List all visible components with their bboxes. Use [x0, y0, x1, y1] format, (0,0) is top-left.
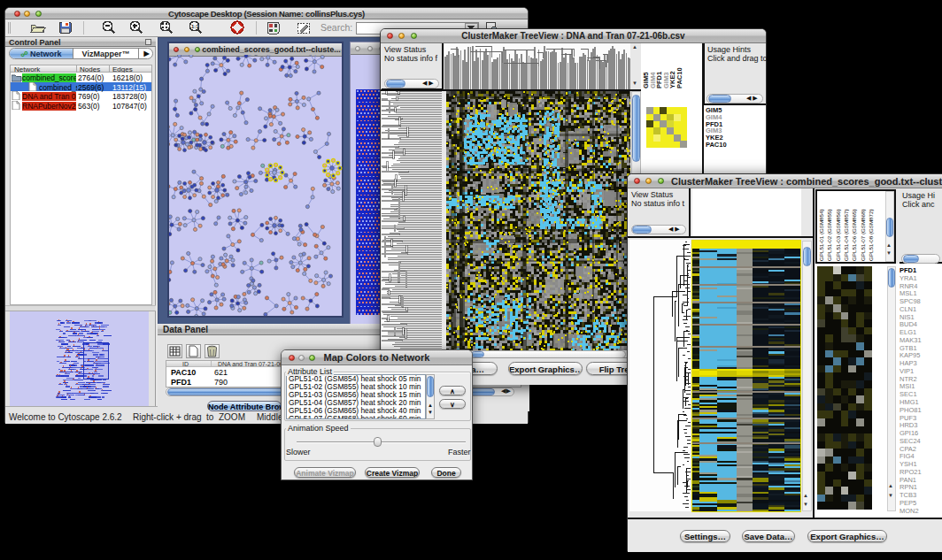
svg-text:GPL51-03 (GSM856): GPL51-03 (GSM856): [835, 210, 841, 261]
svg-text:GPL51-04 (GSM857): GPL51-04 (GSM857): [843, 210, 849, 261]
svg-text:GPL51-07 (GSM868): GPL51-07 (GSM868): [860, 210, 866, 261]
svg-text:GPL51-02 (GSM855): GPL51-02 (GSM855): [826, 210, 832, 261]
svg-text:GPL51-06 (GSM865): GPL51-06 (GSM865): [851, 210, 857, 261]
svg-text:1:1: 1:1: [191, 24, 199, 29]
svg-text:GPL51-01 (GSM854): GPL51-01 (GSM854): [818, 210, 824, 261]
svg-text:PAC10: PAC10: [676, 67, 683, 88]
svg-text:GPL51-08 (GSM872): GPL51-08 (GSM872): [868, 210, 874, 261]
svg-text:Search:: Search:: [320, 22, 352, 33]
